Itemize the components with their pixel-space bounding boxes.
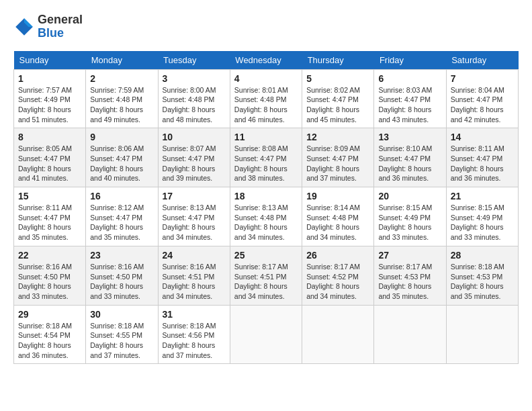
day-number: 14 <box>451 132 514 142</box>
day-number: 1 <box>18 73 81 84</box>
calendar-cell: 9Sunrise: 8:06 AMSunset: 4:47 PMDaylight… <box>86 128 158 187</box>
calendar-cell: 24Sunrise: 8:16 AMSunset: 4:51 PMDayligh… <box>158 246 230 305</box>
cell-info: Sunrise: 8:17 AMSunset: 4:53 PMDaylight:… <box>378 262 441 302</box>
cell-info: Sunrise: 8:18 AMSunset: 4:53 PMDaylight:… <box>451 262 514 302</box>
cell-info: Sunrise: 8:13 AMSunset: 4:48 PMDaylight:… <box>234 203 298 242</box>
day-number: 6 <box>378 73 441 84</box>
weekday-header: Wednesday <box>230 51 302 70</box>
calendar-week-row: 1Sunrise: 7:57 AMSunset: 4:49 PMDaylight… <box>14 69 519 128</box>
day-number: 17 <box>163 191 226 201</box>
weekday-header: Friday <box>374 51 446 70</box>
logo-icon <box>13 16 35 38</box>
calendar-cell: 18Sunrise: 8:13 AMSunset: 4:48 PMDayligh… <box>230 187 302 246</box>
calendar-body: 1Sunrise: 7:57 AMSunset: 4:49 PMDaylight… <box>14 69 519 364</box>
cell-info: Sunrise: 8:17 AMSunset: 4:51 PMDaylight:… <box>234 262 298 302</box>
calendar-cell: 25Sunrise: 8:17 AMSunset: 4:51 PMDayligh… <box>230 246 302 305</box>
calendar-cell <box>446 305 518 364</box>
calendar-cell: 1Sunrise: 7:57 AMSunset: 4:49 PMDaylight… <box>14 69 86 128</box>
cell-info: Sunrise: 8:09 AMSunset: 4:47 PMDaylight:… <box>306 144 369 183</box>
weekday-header: Sunday <box>14 51 86 70</box>
cell-info: Sunrise: 8:08 AMSunset: 4:47 PMDaylight:… <box>234 144 298 183</box>
calendar-cell: 4Sunrise: 8:01 AMSunset: 4:48 PMDaylight… <box>230 69 302 128</box>
calendar-cell: 11Sunrise: 8:08 AMSunset: 4:47 PMDayligh… <box>230 128 302 187</box>
cell-info: Sunrise: 8:15 AMSunset: 4:49 PMDaylight:… <box>378 203 441 242</box>
day-number: 29 <box>18 309 81 320</box>
calendar-cell: 7Sunrise: 8:04 AMSunset: 4:47 PMDaylight… <box>446 69 518 128</box>
calendar-week-row: 29Sunrise: 8:18 AMSunset: 4:54 PMDayligh… <box>14 305 519 364</box>
calendar-cell: 26Sunrise: 8:17 AMSunset: 4:52 PMDayligh… <box>302 246 374 305</box>
cell-info: Sunrise: 8:18 AMSunset: 4:55 PMDaylight:… <box>90 321 153 361</box>
calendar-cell: 16Sunrise: 8:12 AMSunset: 4:47 PMDayligh… <box>86 187 158 246</box>
weekday-header: Monday <box>86 51 158 70</box>
cell-info: Sunrise: 8:17 AMSunset: 4:52 PMDaylight:… <box>306 262 369 302</box>
logo-text: General Blue <box>38 13 83 40</box>
cell-info: Sunrise: 8:12 AMSunset: 4:47 PMDaylight:… <box>90 203 153 242</box>
cell-info: Sunrise: 8:07 AMSunset: 4:47 PMDaylight:… <box>163 144 226 183</box>
cell-info: Sunrise: 8:00 AMSunset: 4:48 PMDaylight:… <box>163 85 226 125</box>
cell-info: Sunrise: 8:13 AMSunset: 4:47 PMDaylight:… <box>163 203 226 242</box>
cell-info: Sunrise: 8:03 AMSunset: 4:47 PMDaylight:… <box>378 85 441 125</box>
day-number: 9 <box>90 132 153 142</box>
calendar-cell: 13Sunrise: 8:10 AMSunset: 4:47 PMDayligh… <box>374 128 446 187</box>
calendar-cell: 28Sunrise: 8:18 AMSunset: 4:53 PMDayligh… <box>446 246 518 305</box>
day-number: 28 <box>451 250 514 261</box>
calendar-cell <box>230 305 302 364</box>
calendar-cell: 14Sunrise: 8:11 AMSunset: 4:47 PMDayligh… <box>446 128 518 187</box>
cell-info: Sunrise: 8:11 AMSunset: 4:47 PMDaylight:… <box>451 144 514 183</box>
cell-info: Sunrise: 8:14 AMSunset: 4:48 PMDaylight:… <box>306 203 369 242</box>
calendar-cell: 22Sunrise: 8:16 AMSunset: 4:50 PMDayligh… <box>14 246 86 305</box>
calendar-week-row: 8Sunrise: 8:05 AMSunset: 4:47 PMDaylight… <box>14 128 519 187</box>
day-number: 23 <box>90 250 153 261</box>
page-header: General Blue <box>13 13 519 40</box>
day-number: 11 <box>234 132 298 142</box>
day-number: 21 <box>451 191 514 201</box>
day-number: 12 <box>306 132 369 142</box>
day-number: 20 <box>378 191 441 201</box>
calendar-cell: 12Sunrise: 8:09 AMSunset: 4:47 PMDayligh… <box>302 128 374 187</box>
day-number: 24 <box>163 250 226 261</box>
calendar-cell: 6Sunrise: 8:03 AMSunset: 4:47 PMDaylight… <box>374 69 446 128</box>
cell-info: Sunrise: 8:18 AMSunset: 4:56 PMDaylight:… <box>163 321 226 361</box>
calendar-table: SundayMondayTuesdayWednesdayThursdayFrid… <box>13 51 519 365</box>
weekday-header: Tuesday <box>158 51 230 70</box>
cell-info: Sunrise: 8:18 AMSunset: 4:54 PMDaylight:… <box>18 321 81 361</box>
cell-info: Sunrise: 8:05 AMSunset: 4:47 PMDaylight:… <box>18 144 81 183</box>
weekday-header: Thursday <box>302 51 374 70</box>
cell-info: Sunrise: 8:02 AMSunset: 4:47 PMDaylight:… <box>306 85 369 125</box>
day-number: 31 <box>163 309 226 320</box>
cell-info: Sunrise: 8:15 AMSunset: 4:49 PMDaylight:… <box>451 203 514 242</box>
calendar-cell: 8Sunrise: 8:05 AMSunset: 4:47 PMDaylight… <box>14 128 86 187</box>
cell-info: Sunrise: 7:59 AMSunset: 4:48 PMDaylight:… <box>90 85 153 125</box>
day-number: 19 <box>306 191 369 201</box>
calendar-cell: 5Sunrise: 8:02 AMSunset: 4:47 PMDaylight… <box>302 69 374 128</box>
calendar-cell: 27Sunrise: 8:17 AMSunset: 4:53 PMDayligh… <box>374 246 446 305</box>
day-number: 2 <box>90 73 153 84</box>
day-number: 25 <box>234 250 298 261</box>
calendar-cell: 20Sunrise: 8:15 AMSunset: 4:49 PMDayligh… <box>374 187 446 246</box>
day-number: 13 <box>378 132 441 142</box>
cell-info: Sunrise: 8:16 AMSunset: 4:50 PMDaylight:… <box>18 262 81 302</box>
cell-info: Sunrise: 8:04 AMSunset: 4:47 PMDaylight:… <box>451 85 514 125</box>
calendar-week-row: 15Sunrise: 8:11 AMSunset: 4:47 PMDayligh… <box>14 187 519 246</box>
calendar-cell <box>374 305 446 364</box>
cell-info: Sunrise: 8:16 AMSunset: 4:51 PMDaylight:… <box>163 262 226 302</box>
calendar-cell: 31Sunrise: 8:18 AMSunset: 4:56 PMDayligh… <box>158 305 230 364</box>
day-number: 10 <box>163 132 226 142</box>
day-number: 22 <box>18 250 81 261</box>
cell-info: Sunrise: 8:06 AMSunset: 4:47 PMDaylight:… <box>90 144 153 183</box>
day-number: 7 <box>451 73 514 84</box>
calendar-cell: 17Sunrise: 8:13 AMSunset: 4:47 PMDayligh… <box>158 187 230 246</box>
cell-info: Sunrise: 8:11 AMSunset: 4:47 PMDaylight:… <box>18 203 81 242</box>
calendar-cell: 10Sunrise: 8:07 AMSunset: 4:47 PMDayligh… <box>158 128 230 187</box>
cell-info: Sunrise: 8:10 AMSunset: 4:47 PMDaylight:… <box>378 144 441 183</box>
logo: General Blue <box>13 13 83 40</box>
calendar-cell: 2Sunrise: 7:59 AMSunset: 4:48 PMDaylight… <box>86 69 158 128</box>
calendar-cell: 15Sunrise: 8:11 AMSunset: 4:47 PMDayligh… <box>14 187 86 246</box>
day-number: 3 <box>163 73 226 84</box>
cell-info: Sunrise: 8:01 AMSunset: 4:48 PMDaylight:… <box>234 85 298 125</box>
calendar-cell: 21Sunrise: 8:15 AMSunset: 4:49 PMDayligh… <box>446 187 518 246</box>
day-number: 26 <box>306 250 369 261</box>
weekday-header: Saturday <box>446 51 518 70</box>
calendar-cell: 19Sunrise: 8:14 AMSunset: 4:48 PMDayligh… <box>302 187 374 246</box>
day-number: 4 <box>234 73 298 84</box>
